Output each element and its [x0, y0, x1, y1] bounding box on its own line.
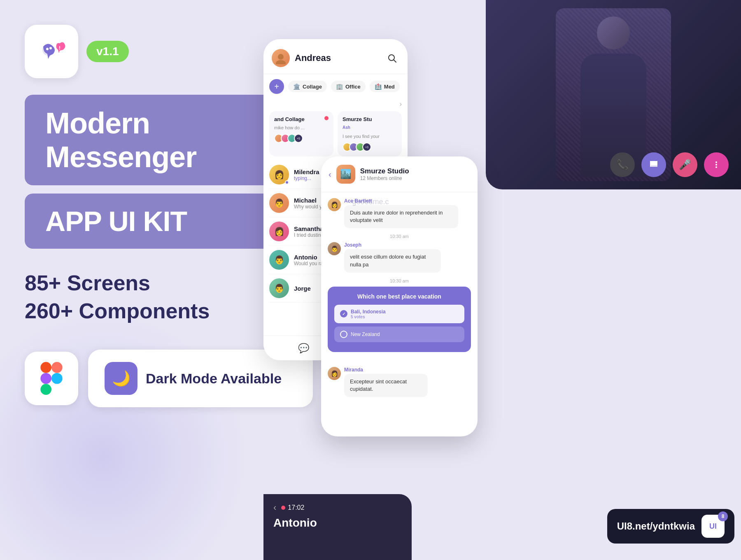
office-label: Office [345, 84, 361, 90]
med-label: Med [384, 84, 395, 90]
svg-rect-6 [51, 362, 63, 373]
online-indicator [285, 180, 289, 184]
svg-text:!: ! [59, 45, 61, 51]
group-avatar: 🏙️ [336, 165, 355, 184]
app-icon: ! [25, 25, 78, 78]
category-collage[interactable]: 🏛️ Collage [288, 81, 327, 92]
more-options-button[interactable] [704, 152, 729, 177]
message-joseph: 👨 Joseph velit esse cillum dolore eu fug… [328, 242, 471, 272]
poll-option-bali-label: Bali, Indonesia [351, 309, 386, 315]
joseph-sender-name: Joseph [344, 242, 452, 248]
dark-mode-icon: 🌙 [105, 362, 137, 395]
office-icon: 🏢 [336, 83, 343, 90]
ace-avatar: 👩 [328, 198, 341, 211]
svg-point-10 [278, 54, 284, 60]
poll-option-nz[interactable]: New Zealand [334, 327, 464, 342]
call-timer: 17:02 [288, 504, 304, 511]
add-category-button[interactable]: + [269, 79, 284, 94]
chevron-right-icon: › [400, 100, 402, 108]
category-office[interactable]: 🏢 Office [331, 81, 366, 92]
uncheck-circle-nz [340, 331, 347, 338]
group-header-info: Smurze Studio 12 Members online [360, 167, 409, 181]
group-sender: Ash [343, 125, 397, 130]
category-med[interactable]: 🏥 Med [370, 81, 400, 92]
person-head [597, 16, 630, 49]
user-avatar-img [275, 52, 287, 64]
collage-icon: 🏛️ [293, 83, 300, 90]
group-chat-header: ‹ 🏙️ Smurze Studio 12 Members online [321, 156, 478, 192]
group-avatars-2: +3 [343, 142, 397, 152]
svg-point-17 [715, 166, 717, 168]
unread-indicator [324, 116, 329, 120]
jorge-avatar: 👨 [269, 278, 289, 298]
poll-option-bali[interactable]: ✓ Bali, Indonesia 5 votes [334, 305, 464, 323]
search-button[interactable] [384, 51, 399, 65]
figma-icon [39, 362, 64, 395]
ace-bubble: Duis aute irure dolor in reprehenderit i… [344, 205, 458, 228]
miranda-message-content: Miranda Excepteur sint occaecat cupidata… [344, 367, 437, 397]
back-button[interactable]: ‹ [329, 170, 331, 179]
chat-button[interactable] [641, 152, 666, 177]
poll-votes-bali: 5 votes [351, 315, 386, 319]
samantha-avatar: 👩 [269, 222, 289, 241]
mute-button[interactable]: 🎤 [673, 152, 697, 177]
chat-nav-icon[interactable]: 💬 [298, 343, 309, 354]
group-card-smurze[interactable]: Smurze Stu Ash I see you find your +3 [338, 111, 402, 156]
group-name: and Collage [274, 116, 305, 122]
svg-point-11 [276, 60, 286, 64]
check-icon: ✓ [340, 310, 347, 317]
watermark: gooodme.c [352, 198, 389, 206]
group-name-2: Smurze Stu [343, 116, 372, 122]
end-call-button[interactable]: 📞 [610, 152, 635, 177]
time-label-1: 10:30 am [328, 234, 471, 239]
svg-rect-5 [40, 362, 51, 373]
joseph-bubble: velit esse cillum dolore eu fugiat nulla… [344, 249, 441, 272]
ui8-badge[interactable]: UI8.net/ydntkwia UI 8 [607, 509, 734, 544]
svg-line-13 [394, 60, 396, 62]
milendra-avatar: 👩 [269, 165, 289, 184]
miranda-bubble: Excepteur sint occaecat cupidatat. [344, 374, 428, 397]
group-card-header: and Collage [274, 116, 329, 122]
group-card-collage[interactable]: and Collage mike how do ... +5 [269, 111, 333, 156]
category-tabs: + 🏛️ Collage 🏢 Office 🏥 Med [263, 74, 408, 99]
svg-rect-8 [40, 384, 51, 395]
ui8-logo: UI 8 [701, 515, 725, 538]
phone-group-chat: ‹ 🏙️ Smurze Studio 12 Members online 👩 A… [321, 156, 478, 436]
miranda-avatar-chat: 👩 [328, 367, 341, 380]
joseph-message-content: Joseph velit esse cillum dolore eu fugia… [344, 242, 452, 272]
video-call-screen: 📞 🎤 [486, 0, 741, 189]
message-ace: 👩 Ace Bartlett Duis aute irure dolor in … [328, 198, 471, 228]
chat-messages: 👩 Ace Bartlett Duis aute irure dolor in … [321, 192, 478, 364]
miranda-message-section: 👩 Miranda Excepteur sint occaecat cupida… [321, 364, 478, 400]
joseph-avatar: 👨 [328, 242, 341, 255]
dark-mode-label: Dark Mode Available [146, 371, 282, 387]
svg-point-9 [51, 373, 63, 384]
antonio-avatar: 👨 [269, 250, 289, 270]
med-icon: 🏥 [375, 83, 382, 90]
svg-point-15 [715, 161, 717, 163]
ui8-version-badge: 8 [718, 511, 728, 521]
header-username: Andreas [295, 53, 331, 63]
back-chevron-dark[interactable]: ‹ [273, 502, 276, 513]
poll-question: Which one best place vacation [334, 293, 464, 300]
time-label-2: 10:30 am [328, 278, 471, 283]
caller-name-dark: Antonio [273, 516, 402, 530]
recording-dot [281, 506, 285, 510]
members-online: 12 Members online [360, 175, 409, 181]
ui8-logo-text: UI [709, 522, 717, 531]
version-badge: v1.1 [86, 41, 129, 62]
svg-point-16 [715, 164, 717, 166]
more-members-badge-2: +3 [362, 142, 371, 152]
group-preview: mike how do ... [274, 125, 329, 131]
group-preview-2: I see you find your [343, 133, 397, 139]
call-controls: 📞 🎤 [610, 152, 729, 177]
app-logo-svg: ! [35, 35, 68, 68]
chevron-row: › [263, 99, 408, 111]
poll-card: Which one best place vacation ✓ Bali, In… [328, 287, 471, 352]
ui8-url-text: UI8.net/ydntkwia [617, 520, 695, 532]
group-title: Smurze Studio [360, 167, 409, 175]
group-chats-section: and Collage mike how do ... +5 Smurze St… [263, 111, 408, 161]
svg-rect-7 [40, 373, 51, 384]
group-card-header-2: Smurze Stu [343, 116, 397, 122]
title-2: APP UI KIT [45, 205, 292, 237]
